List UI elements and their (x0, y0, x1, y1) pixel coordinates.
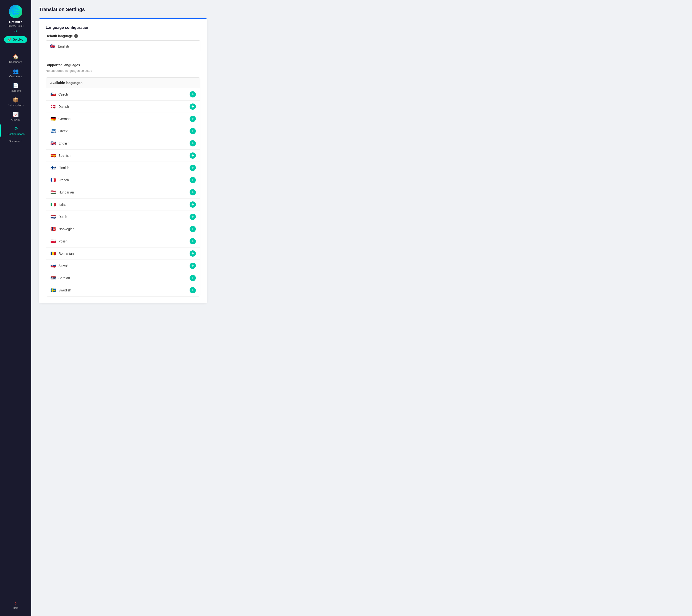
lang-left-slovak: 🇸🇰 Slovak (50, 263, 68, 269)
flag-greek: 🇬🇷 (50, 128, 56, 134)
sidebar-item-configurations[interactable]: ⚙ Configurations (0, 124, 31, 137)
add-lang-english-button[interactable]: + (190, 140, 196, 147)
add-lang-slovak-button[interactable]: + (190, 263, 196, 269)
lang-label-norwegian: Norwegian (58, 227, 75, 231)
lang-label-polish: Polish (58, 239, 67, 243)
add-lang-french-button[interactable]: + (190, 177, 196, 183)
lang-left-swedish: 🇸🇪 Swedish (50, 287, 71, 293)
supported-languages-title: Supported languages (46, 63, 201, 67)
add-lang-polish-button[interactable]: + (190, 238, 196, 244)
lang-label-finnish: Finnish (58, 166, 69, 170)
language-row-english: 🇬🇧 English + (46, 137, 200, 150)
section-title: Language configuration (46, 25, 201, 30)
flag-swedish: 🇸🇪 (50, 287, 56, 293)
sidebar-item-help[interactable]: ❓ Help (11, 600, 20, 611)
add-lang-czech-button[interactable]: + (190, 91, 196, 97)
flag-romanian: 🇷🇴 (50, 250, 56, 257)
flag-hungarian: 🇭🇺 (50, 190, 56, 195)
sidebar-item-customers[interactable]: 👥 Customers (0, 66, 31, 80)
language-row-spanish: 🇪🇸 Spanish + (46, 150, 200, 162)
language-row-czech: 🇨🇿 Czech + (46, 88, 200, 101)
sidebar-item-dashboard[interactable]: 🏠 Dashboard (0, 52, 31, 65)
flag-slovak: 🇸🇰 (50, 263, 56, 269)
language-row-greek: 🇬🇷 Greek + (46, 125, 200, 137)
add-lang-hungarian-button[interactable]: + (190, 189, 196, 195)
lang-left-hungarian: 🇭🇺 Hungarian (50, 190, 74, 195)
add-lang-danish-button[interactable]: + (190, 104, 196, 110)
available-languages-card: Available languages 🇨🇿 Czech + 🇩🇰 Danish… (46, 77, 201, 296)
sidebar-item-label: Customers (9, 75, 22, 78)
info-icon[interactable]: i (74, 34, 78, 38)
sidebar-item-label: Subscriptions (8, 104, 24, 107)
subscriptions-icon: 📦 (13, 97, 19, 103)
lang-label-swedish: Swedish (58, 288, 71, 292)
lang-left-polish: 🇵🇱 Polish (50, 238, 67, 244)
lang-left-french: 🇫🇷 French (50, 177, 69, 183)
language-row-german: 🇩🇪 German + (46, 113, 200, 125)
sidebar-item-label: Configurations (7, 133, 24, 135)
add-lang-romanian-button[interactable]: + (190, 250, 196, 257)
language-row-danish: 🇩🇰 Danish + (46, 101, 200, 113)
lang-label-hungarian: Hungarian (58, 190, 74, 194)
lang-left-english: 🇬🇧 English (50, 140, 69, 146)
see-more-link[interactable]: See more › (7, 138, 24, 144)
lang-label-spanish: Spanish (58, 154, 71, 157)
language-row-french: 🇫🇷 French + (46, 174, 200, 186)
flag-dutch: 🇳🇱 (50, 214, 56, 220)
sidebar-nav: 🏠 Dashboard 👥 Customers 📄 Payments 📦 Sub… (0, 52, 31, 600)
swap-icon[interactable]: ⇄ (14, 29, 17, 34)
lang-left-spanish: 🇪🇸 Spanish (50, 153, 71, 158)
languages-list: 🇨🇿 Czech + 🇩🇰 Danish + 🇩🇪 German + 🇬🇷 Gr… (46, 88, 200, 296)
sidebar-item-analyze[interactable]: 📈 Analyze (0, 109, 31, 123)
help-icon: ❓ (14, 602, 17, 606)
dashboard-icon: 🏠 (13, 54, 19, 60)
sidebar-item-payments[interactable]: 📄 Payments (0, 81, 31, 94)
flag-norwegian: 🇳🇴 (50, 226, 56, 232)
lang-left-german: 🇩🇪 German (50, 116, 71, 122)
customers-icon: 👥 (13, 68, 19, 74)
lang-label-italian: Italian (58, 203, 67, 206)
language-config-card: Language configuration Default language … (39, 18, 207, 303)
add-lang-serbian-button[interactable]: + (190, 275, 196, 281)
available-languages-header: Available languages (46, 78, 200, 88)
flag-german: 🇩🇪 (50, 116, 56, 122)
flag-italian: 🇮🇹 (50, 202, 56, 207)
default-lang-flag: 🇬🇧 (50, 43, 56, 49)
chevron-right-icon: › (21, 140, 22, 142)
lang-label-english: English (58, 141, 69, 145)
default-lang-value: English (58, 44, 69, 48)
sidebar-item-subscriptions[interactable]: 📦 Subscriptions (0, 95, 31, 109)
add-lang-dutch-button[interactable]: + (190, 214, 196, 220)
flag-czech: 🇨🇿 (50, 91, 56, 97)
lang-left-dutch: 🇳🇱 Dutch (50, 214, 67, 220)
company-name: Billwerk GmbH (6, 25, 25, 27)
lang-label-french: French (58, 178, 69, 182)
lang-left-danish: 🇩🇰 Danish (50, 104, 69, 109)
language-row-finnish: 🇫🇮 Finnish + (46, 162, 200, 174)
analyze-icon: 📈 (13, 111, 19, 117)
add-lang-spanish-button[interactable]: + (190, 152, 196, 159)
lang-left-finnish: 🇫🇮 Finnish (50, 165, 69, 171)
lang-label-german: German (58, 117, 71, 121)
flag-polish: 🇵🇱 (50, 238, 56, 244)
add-lang-swedish-button[interactable]: + (190, 287, 196, 293)
language-row-polish: 🇵🇱 Polish + (46, 235, 200, 247)
language-row-italian: 🇮🇹 Italian + (46, 199, 200, 211)
flag-english: 🇬🇧 (50, 140, 56, 146)
add-lang-italian-button[interactable]: + (190, 201, 196, 208)
no-supported-text: No supported languages selected (46, 69, 201, 72)
add-lang-norwegian-button[interactable]: + (190, 226, 196, 232)
add-lang-greek-button[interactable]: + (190, 128, 196, 134)
app-logo: 🌐 (9, 5, 22, 18)
go-live-button[interactable]: 🚀 Go Live (4, 36, 27, 43)
add-lang-finnish-button[interactable]: + (190, 165, 196, 171)
page-title: Translation Settings (39, 7, 684, 12)
app-brand: Optimize (9, 20, 22, 24)
add-lang-german-button[interactable]: + (190, 116, 196, 122)
lang-label-dutch: Dutch (58, 215, 67, 219)
language-row-swedish: 🇸🇪 Swedish + (46, 284, 200, 296)
main-content: Translation Settings Language configurat… (31, 0, 692, 616)
lang-left-romanian: 🇷🇴 Romanian (50, 250, 74, 257)
language-row-romanian: 🇷🇴 Romanian + (46, 247, 200, 260)
lang-label-danish: Danish (58, 105, 69, 109)
